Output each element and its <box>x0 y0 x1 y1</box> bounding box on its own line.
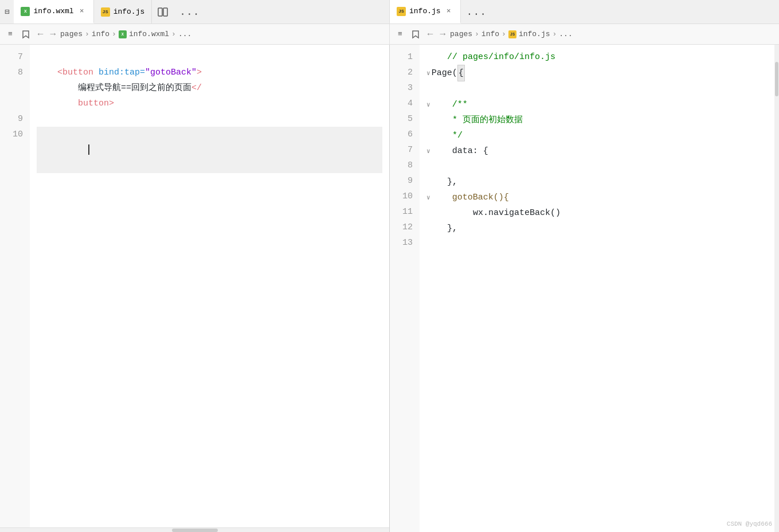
right-code-line-2: ∨ Page( { <box>426 65 772 81</box>
more-icon-left: ... <box>179 6 199 18</box>
tag-close-bracket: > <box>197 65 202 80</box>
indent-r5 <box>426 112 452 128</box>
rln-1: 1 <box>394 49 413 65</box>
js-data-close: }, <box>447 174 457 190</box>
tab-close-info-js[interactable]: × <box>444 7 453 16</box>
more-menu-left[interactable]: ... <box>174 0 205 24</box>
right-code-line-4: ∨ /** <box>426 97 772 112</box>
more-menu-right[interactable]: ... <box>461 0 492 24</box>
breadcrumb-info-left: info <box>92 30 109 38</box>
right-code-line-6: */ <box>426 128 772 143</box>
right-code-line-9: }, <box>426 174 772 190</box>
tab-bar-left: ⊟ X info.wxml × JS info.js ... <box>0 0 390 24</box>
tab-info-js-right[interactable]: JS info.js × <box>390 0 461 24</box>
split-editor-button[interactable] <box>152 0 174 24</box>
closing-tag-button: button> <box>78 96 114 111</box>
tab-label-info-wxml: info.wxml <box>33 7 73 15</box>
attr-bind-tap: bind:tap= <box>93 65 145 80</box>
fold-arrow-2[interactable]: ∨ <box>426 68 430 80</box>
rln-7: 7 <box>394 142 413 158</box>
left-editor-content[interactable]: 7 8 9 10 <button bind:tap= "gotoBack" > <box>0 45 389 527</box>
indent-r6 <box>426 128 452 143</box>
tab-label-info-js-right: info.js <box>409 7 441 15</box>
sep3-left: › <box>171 30 176 38</box>
indent-r7 <box>432 143 452 159</box>
editors-container: 7 8 9 10 <button bind:tap= "gotoBack" > <box>0 45 779 532</box>
ln-8: 8 <box>5 65 23 80</box>
fold-arrow-10[interactable]: ∨ <box>426 193 430 204</box>
js-jsdoc-close: */ <box>452 128 463 143</box>
sidebar-icon: ⊟ <box>5 7 9 17</box>
ln-11: 10 <box>5 127 23 142</box>
forward-btn-left[interactable]: → <box>48 29 58 40</box>
rln-3: 3 <box>394 80 413 96</box>
back-btn-right[interactable]: ← <box>425 29 436 40</box>
sep1-left: › <box>85 30 89 38</box>
attr-val-gotoback: "gotoBack" <box>145 65 197 80</box>
js-gotoback-func: gotoBack(){ <box>452 190 509 205</box>
left-line-numbers: 7 8 9 10 <box>0 45 30 527</box>
indent-r1 <box>426 49 447 65</box>
back-btn-left[interactable]: ← <box>36 29 46 40</box>
bookmark-icon-right[interactable] <box>408 30 423 39</box>
ln-9b <box>5 96 23 111</box>
left-code-line-8c: button> <box>37 96 382 111</box>
tag-open-button: <button <box>57 65 93 80</box>
closing-tag-start: </ <box>191 80 202 96</box>
breadcrumb-info-right: info <box>482 30 499 38</box>
menu-icon-left[interactable]: ≡ <box>5 30 16 38</box>
breadcrumb-filename-left: info.wxml <box>129 30 169 38</box>
bookmark-icon-left[interactable] <box>18 30 33 39</box>
menu-icon-right[interactable]: ≡ <box>394 30 406 38</box>
right-code-line-8 <box>426 159 772 174</box>
breadcrumb-right: ≡ ← → pages › info › JS info.js › ... <box>390 24 779 44</box>
tab-close-info-wxml[interactable]: × <box>77 7 87 16</box>
breadcrumb-xml-icon: X <box>119 30 127 38</box>
right-code-line-12: }, <box>426 221 772 236</box>
rln-12: 12 <box>394 220 413 235</box>
rln-8: 8 <box>394 158 413 173</box>
right-code-line-10: ∨ gotoBack(){ <box>426 190 772 205</box>
right-editor-content[interactable]: 1 2 3 4 5 6 7 8 9 10 11 12 13 // pages/i <box>390 45 779 532</box>
breadcrumb-bar: ≡ ← → pages › info › X info.wxml › ... ≡… <box>0 24 779 45</box>
right-code-line-11: wx.navigateBack() <box>426 205 772 221</box>
right-line-numbers: 1 2 3 4 5 6 7 8 9 10 11 12 13 <box>390 45 420 532</box>
left-code-line-9 <box>37 111 382 127</box>
left-code-area[interactable]: <button bind:tap= "gotoBack" > 编程式导航==回到… <box>30 45 389 527</box>
right-scrollbar-thumb <box>775 62 778 96</box>
right-scrollbar[interactable] <box>774 45 779 532</box>
js-jsdoc-line: * 页面的初始数据 <box>452 112 523 128</box>
forward-btn-right[interactable]: → <box>437 29 448 40</box>
indent-r4 <box>432 97 452 112</box>
ln-10: 9 <box>5 111 23 127</box>
watermark: CSDN @yqd666 <box>727 521 772 527</box>
left-scrollbar-thumb <box>172 529 218 532</box>
breadcrumb-left: ≡ ← → pages › info › X info.wxml › ... <box>0 24 390 44</box>
right-code-line-13 <box>426 236 772 252</box>
right-code-area[interactable]: // pages/info/info.js ∨ Page( { ∨ /** <box>420 45 779 532</box>
bookmark-svg <box>22 30 30 39</box>
js-open-brace: { <box>457 65 465 81</box>
right-code-line-1: // pages/info/info.js <box>426 49 772 65</box>
breadcrumb-js-icon: JS <box>508 30 516 38</box>
js-file-icon-left: JS <box>101 7 110 17</box>
rln-5: 5 <box>394 111 413 127</box>
tab-info-js-left[interactable]: JS info.js <box>94 0 152 24</box>
indent-r10 <box>432 190 452 205</box>
ln-9 <box>5 80 23 96</box>
js-data-prop: data: { <box>452 143 488 159</box>
rln-2: 2 <box>394 65 413 80</box>
left-code-line-8b: 编程式导航==回到之前的页面 </ <box>37 80 382 96</box>
fold-arrow-7[interactable]: ∨ <box>426 146 430 158</box>
rln-10: 10 <box>394 189 413 204</box>
tab-info-wxml[interactable]: X info.wxml × <box>14 0 93 24</box>
rln-9: 9 <box>394 173 413 189</box>
left-h-scrollbar[interactable] <box>0 527 389 532</box>
right-code-line-5: * 页面的初始数据 <box>426 112 772 128</box>
sep1-right: › <box>475 30 479 38</box>
split-icon <box>158 7 168 17</box>
fold-arrow-4[interactable]: ∨ <box>426 100 430 111</box>
sidebar-toggle[interactable]: ⊟ <box>0 0 14 24</box>
tab-label-info-js: info.js <box>113 7 145 16</box>
right-editor-panel: 1 2 3 4 5 6 7 8 9 10 11 12 13 // pages/i <box>390 45 779 532</box>
